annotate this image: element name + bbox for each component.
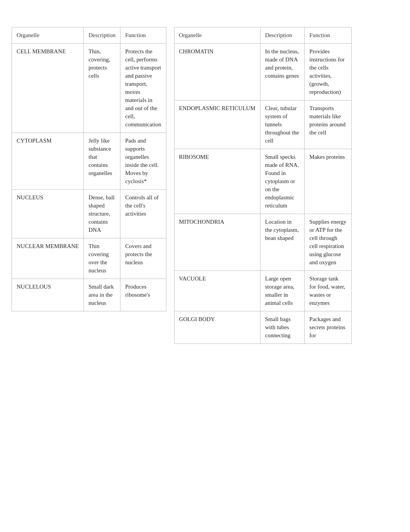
right-table-header: Description [260,27,305,44]
organelle-description: Thin covering over the nucleus [84,238,120,279]
left-table-header: Description [84,27,120,44]
right-table-row: RIBOSOMESmall specks made of RNA. Found … [174,149,351,214]
left-table-row: CYTOPLASMJelly like substance that conta… [12,133,166,190]
right-table-row: ENDOPLASMIC RETICULUMClear, tubular syst… [174,100,351,149]
right-table: OrganelleDescriptionFunctionCHROMATINIn … [174,27,352,344]
organelle-name: MITOCHONDRIA [174,214,260,271]
organelle-description: Clear, tubular system of tunnels through… [260,100,305,149]
organelle-name: ENDOPLASMIC RETICULUM [174,100,260,149]
organelle-function: Protects the cell, performs active trans… [120,44,166,133]
organelle-description: In the nucleus, made of DNA and protein,… [260,44,305,100]
organelle-function: Provides instructions for the cells acti… [305,44,351,100]
organelle-name: NUCLEAR MEMBRANE [12,238,84,279]
organelle-function: Storage tank for food, water, wastes or … [305,271,351,311]
organelle-name: CELL MEMBRANE [12,44,84,133]
organelle-function: Supplies energy or ATP for the cell thro… [305,214,351,271]
organelle-function: Controls all of the cell's activities [120,190,166,238]
organelle-name: NUCLELOUS [12,279,84,311]
organelle-name: RIBOSOME [174,149,260,214]
organelle-function: Pads and supports organelles inside the … [120,133,166,190]
organelle-description: Location in the cytoplasm, bean shaped [260,214,305,271]
left-table-row: NUCLELOUSSmall dark area in the nucleusP… [12,279,166,311]
organelle-description: Small dark area in the nucleus [84,279,120,311]
organelle-name: CYTOPLASM [12,133,84,190]
organelle-description: Jelly like substance that contains organ… [84,133,120,190]
organelle-name: GOLGI BODY [174,311,260,344]
right-table-row: CHROMATINIn the nucleus, made of DNA and… [174,44,351,100]
right-table-header: Function [305,27,351,44]
right-table-row: GOLGI BODYSmall bags with tubes connecti… [174,311,351,344]
organelle-description: Large open storage area, smaller in anim… [260,271,305,311]
organelle-function: Produces ribosome's [120,279,166,311]
left-table-row: NUCLEAR MEMBRANEThin covering over the n… [12,238,166,279]
right-table-row: MITOCHONDRIALocation in the cytoplasm, b… [174,214,351,271]
organelle-function: Transports materials like proteins aroun… [305,100,351,149]
organelle-description: Thin, covering, protects cells [84,44,120,133]
right-table-row: VACUOLELarge open storage area, smaller … [174,271,351,311]
organelle-function: Packages and secrets proteins for [305,311,351,344]
organelle-description: Dense, ball shaped structure, contains D… [84,190,120,238]
left-table-row: CELL MEMBRANEThin, covering, protects ce… [12,44,166,133]
right-table-header: Organelle [174,27,260,44]
organelle-name: NUCLEUS [12,190,84,238]
organelle-description: Small bags with tubes connecting [260,311,305,344]
left-table-header: Function [120,27,166,44]
left-table-row: NUCLEUSDense, ball shaped structure, con… [12,190,166,238]
organelle-name: CHROMATIN [174,44,260,100]
left-table-header: Organelle [12,27,84,44]
organelle-name: VACUOLE [174,271,260,311]
tables-wrapper: OrganelleDescriptionFunctionCELL MEMBRAN… [12,27,398,344]
left-table: OrganelleDescriptionFunctionCELL MEMBRAN… [12,27,166,311]
organelle-function: Covers and protects the nucleus [120,238,166,279]
organelle-function: Makes proteins [305,149,351,214]
organelle-description: Small specks made of RNA. Found in cytop… [260,149,305,214]
